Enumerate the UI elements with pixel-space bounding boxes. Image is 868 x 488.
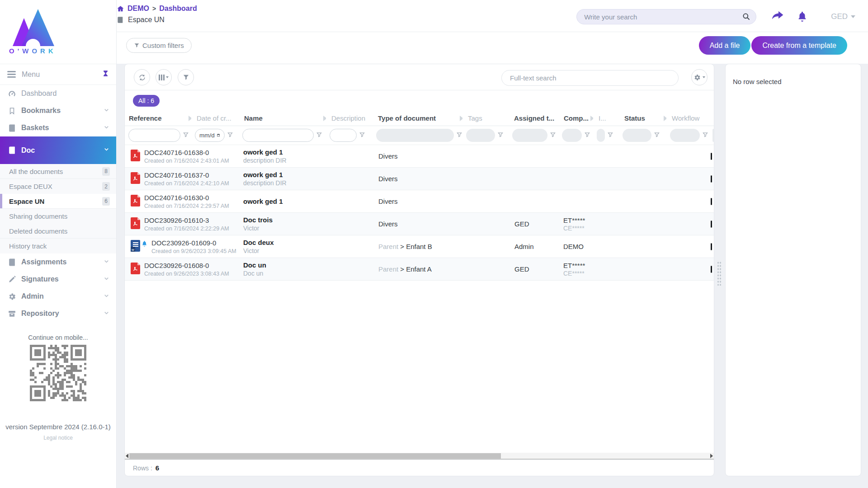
funnel-icon[interactable] — [654, 131, 660, 140]
user-role-label: GED — [831, 12, 848, 21]
cell-y — [709, 213, 714, 235]
cell-tags — [462, 235, 509, 258]
filter-input[interactable] — [128, 129, 180, 142]
column-header-9: I... — [593, 114, 619, 122]
date-filter-input[interactable]: mm/d — [195, 129, 225, 142]
notifications-bell-icon[interactable] — [797, 10, 807, 23]
sidebar-item-repository[interactable]: Repository — [0, 305, 116, 322]
space-title: Espace UN — [128, 16, 165, 24]
svg-text:w: w — [131, 248, 134, 252]
column-header-5[interactable]: Type of document — [373, 114, 462, 122]
cell-description — [326, 235, 373, 258]
type-value: > Enfant A — [400, 265, 432, 273]
table-row[interactable]: DOC240716-01637-0Created on 7/16/2024 2:… — [125, 168, 714, 190]
funnel-icon[interactable] — [227, 131, 233, 140]
sidebar-subitem-all-the-documents[interactable]: All the documents8 — [0, 164, 116, 179]
filter-input[interactable] — [242, 129, 314, 142]
column-header-3[interactable]: Name — [239, 114, 326, 122]
sidebar-subitem-espace-un[interactable]: Espace UN6 — [0, 194, 116, 209]
column-header-10[interactable]: Status — [619, 114, 666, 122]
chevron-down-icon — [103, 258, 110, 267]
sidebar-menu-toggle[interactable]: Menu — [0, 64, 116, 85]
type-value: > Enfant B — [400, 243, 432, 250]
results-filter-chip[interactable]: All : 6 — [133, 95, 160, 107]
sidebar-subitem-history-track[interactable]: History track — [0, 239, 116, 253]
funnel-icon[interactable] — [550, 131, 556, 140]
chevron-down-icon — [103, 107, 110, 115]
global-search-input[interactable] — [576, 9, 756, 24]
funnel-icon[interactable] — [584, 131, 590, 140]
panel-resize-handle[interactable] — [717, 261, 722, 286]
breadcrumb-root[interactable]: DEMO — [127, 5, 149, 13]
funnel-icon[interactable] — [359, 131, 365, 140]
sidebar-item-assignments[interactable]: Assignments — [0, 253, 116, 271]
add-file-button[interactable]: Add a file — [699, 36, 751, 55]
legal-notice-link[interactable]: Legal notice — [0, 435, 116, 441]
column-header-8[interactable]: Comp... — [558, 114, 593, 122]
sidebar-subitem-sharing-documents[interactable]: Sharing documents — [0, 209, 116, 224]
table-row[interactable]: wDOC230926-01609-0Created on 9/26/2023 3… — [125, 235, 714, 258]
sidebar-item-dashboard[interactable]: Dashboard — [0, 85, 116, 102]
cell-workflow — [666, 190, 709, 212]
funnel-icon[interactable] — [702, 131, 708, 140]
mobile-hint: Continue on mobile... — [0, 334, 116, 341]
custom-filters-button[interactable]: Custom filters — [126, 38, 192, 53]
filter-button[interactable] — [178, 69, 194, 85]
column-header-1[interactable]: Reference — [125, 114, 191, 122]
rows-count: 6 — [156, 464, 159, 472]
document-name: owork ged 1 — [243, 148, 326, 156]
funnel-icon[interactable] — [456, 131, 462, 140]
sidebar-item-signatures[interactable]: Signatures — [0, 271, 116, 288]
sidebar-item-admin[interactable]: Admin — [0, 288, 116, 305]
home-icon[interactable] — [117, 5, 124, 13]
table-row[interactable]: DOC230926-01610-3Created on 7/16/2024 2:… — [125, 213, 714, 235]
column-filter-7 — [509, 129, 558, 142]
table-settings-button[interactable] — [691, 69, 708, 85]
table-row[interactable]: DOC240716-01638-0Created on 7/16/2024 2:… — [125, 145, 714, 168]
cell-type: Parent> Enfant B — [373, 235, 462, 258]
search-icon[interactable] — [742, 12, 750, 23]
funnel-icon[interactable] — [607, 131, 613, 140]
cell-reference: DOC240716-01638-0Created on 7/16/2024 2:… — [125, 145, 239, 167]
chevron-down-icon — [103, 275, 110, 284]
cell-name: owork ged 1description DIR — [239, 168, 326, 190]
cell-type: Divers — [373, 213, 462, 235]
rows-label: Rows : — [133, 465, 152, 472]
refresh-button[interactable] — [134, 69, 150, 85]
top-actions: GED — [576, 9, 855, 24]
hamburger-icon[interactable] — [7, 71, 16, 78]
document-subname: description DIR — [243, 157, 326, 164]
funnel-icon[interactable] — [316, 131, 322, 140]
scrollbar-thumb[interactable] — [129, 453, 501, 459]
cell-workflow — [666, 213, 709, 235]
filter-icon — [134, 42, 140, 48]
table-row[interactable]: DOC240716-01630-0Created on 7/16/2024 2:… — [125, 190, 714, 213]
main-content: All : 6 ReferenceDate of cr...NameDescri… — [117, 64, 868, 488]
document-created-date: Created on 7/16/2024 2:42:10 AM — [144, 180, 229, 187]
create-from-template-button[interactable]: Create from a template — [751, 36, 847, 55]
sidebar-item-doc[interactable]: Doc — [0, 136, 116, 164]
sidebar-item-baskets[interactable]: Baskets — [0, 119, 116, 136]
breadcrumb-current[interactable]: Dashboard — [159, 5, 197, 13]
sidebar-subitem-espace-deux[interactable]: Espace DEUX2 — [0, 179, 116, 194]
horizontal-scrollbar[interactable] — [125, 453, 714, 460]
scroll-right-arrow[interactable] — [710, 454, 713, 458]
document-reference: DOC230926-01608-0 — [144, 262, 229, 269]
breadcrumb-separator: > — [152, 5, 156, 12]
columns-button[interactable] — [156, 69, 172, 85]
archive-icon — [7, 309, 17, 318]
sidebar-item-bookmarks[interactable]: Bookmarks — [0, 102, 116, 119]
share-icon[interactable] — [772, 11, 783, 23]
chevron-down-icon — [103, 310, 110, 318]
cell-description — [326, 213, 373, 235]
user-role-dropdown[interactable]: GED — [831, 12, 855, 21]
filter-input[interactable] — [330, 129, 357, 142]
scroll-left-arrow[interactable] — [126, 454, 128, 458]
cell-status — [619, 235, 666, 258]
pin-sidebar-icon[interactable] — [102, 70, 109, 79]
funnel-icon[interactable] — [183, 131, 189, 140]
sidebar-subitem-deleted-documents[interactable]: Deleted documents — [0, 224, 116, 239]
table-row[interactable]: DOC230926-01608-0Created on 9/26/2023 3:… — [125, 258, 714, 281]
funnel-icon[interactable] — [497, 131, 504, 140]
fulltext-search-input[interactable] — [501, 70, 679, 86]
